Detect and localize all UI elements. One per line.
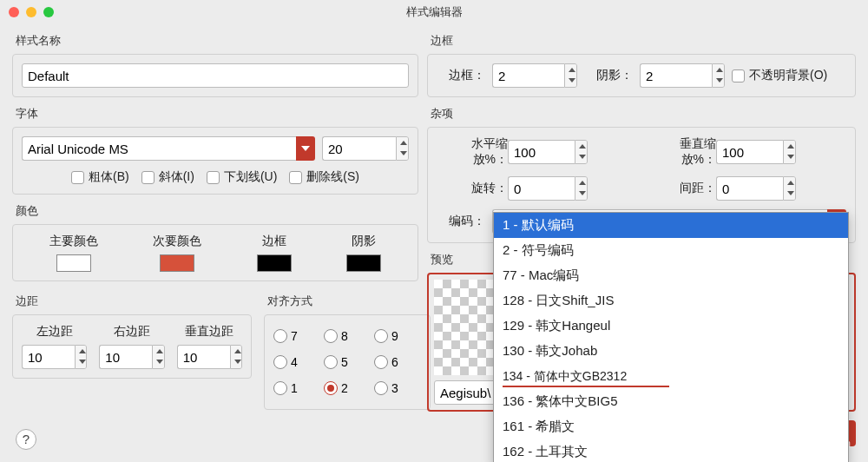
shadow-color-label: 阴影 (352, 234, 376, 249)
scalex-stepper[interactable] (508, 140, 588, 164)
encoding-option[interactable]: 161 - 希腊文 (494, 414, 848, 439)
alignment-grid: 7 8 9 4 5 6 1 2 3 (273, 324, 421, 400)
align-2[interactable]: 2 (324, 376, 371, 400)
misc-section-label: 杂项 (431, 106, 856, 122)
font-family-select[interactable] (22, 136, 315, 161)
encoding-option[interactable]: 2 - 符号编码 (494, 238, 848, 263)
encoding-option[interactable]: 162 - 土耳其文 (494, 439, 848, 462)
style-name-input[interactable] (22, 63, 409, 88)
margin-left-stepper[interactable] (22, 345, 87, 369)
spacing-stepper[interactable] (716, 176, 796, 201)
align-8[interactable]: 8 (324, 324, 371, 348)
colors-label: 颜色 (16, 203, 418, 219)
border-outline-stepper[interactable] (492, 63, 577, 88)
spacing-label: 间距： (645, 181, 716, 196)
margin-vert-stepper[interactable] (177, 345, 242, 369)
margin-right-label: 右边距 (99, 324, 164, 340)
font-size-value[interactable] (322, 136, 396, 161)
encoding-option[interactable]: 77 - Mac编码 (494, 263, 848, 288)
window-title: 样式编辑器 (0, 4, 868, 20)
margin-vert-label: 垂直边距 (177, 324, 242, 340)
font-label: 字体 (16, 106, 418, 122)
scalex-label: 水平缩放%： (437, 136, 508, 168)
opaque-bg-checkbox[interactable]: 不透明背景(O) (732, 68, 827, 83)
border-shadow-label: 阴影： (584, 68, 633, 83)
help-button[interactable]: ? (16, 429, 36, 450)
align-label: 对齐方式 (267, 294, 431, 309)
encoding-option[interactable]: 130 - 韩文Johab (494, 339, 848, 364)
align-6[interactable]: 6 (374, 350, 421, 374)
margin-left-label: 左边距 (22, 324, 87, 340)
caret-down-icon[interactable] (397, 148, 408, 160)
bold-checkbox[interactable]: 粗体(B) (71, 169, 129, 185)
encoding-option[interactable]: 134 - 简体中文GB2312 (494, 364, 848, 389)
border-shadow-stepper[interactable] (640, 63, 725, 88)
align-5[interactable]: 5 (324, 350, 371, 374)
border-outline-label: 边框： (437, 68, 485, 83)
align-7[interactable]: 7 (273, 324, 320, 348)
align-3[interactable]: 3 (374, 376, 421, 400)
primary-color-swatch[interactable] (56, 254, 91, 272)
align-9[interactable]: 9 (374, 324, 421, 348)
titlebar: 样式编辑器 (0, 0, 868, 24)
align-1[interactable]: 1 (273, 376, 320, 400)
secondary-color-swatch[interactable] (160, 254, 194, 272)
encoding-dropdown[interactable]: 1 - 默认编码 2 - 符号编码 77 - Mac编码 128 - 日文Shi… (493, 212, 849, 462)
scaley-stepper[interactable] (716, 140, 796, 164)
margin-right-stepper[interactable] (99, 345, 164, 369)
annotation-underline (503, 386, 669, 387)
font-size-stepper[interactable] (322, 136, 409, 161)
underline-checkbox[interactable]: 下划线(U) (207, 169, 277, 185)
style-name-label: 样式名称 (16, 33, 418, 49)
encoding-option[interactable]: 128 - 日文Shift_JIS (494, 288, 848, 314)
border-section-label: 边框 (431, 33, 856, 49)
secondary-color-label: 次要颜色 (153, 234, 201, 249)
caret-up-icon[interactable] (397, 137, 408, 148)
rotation-stepper[interactable] (508, 176, 588, 201)
encoding-option[interactable]: 136 - 繁体中文BIG5 (494, 389, 848, 414)
primary-color-label: 主要颜色 (49, 234, 98, 249)
italic-checkbox[interactable]: 斜体(I) (141, 169, 194, 185)
encoding-option[interactable]: 1 - 默认编码 (494, 213, 848, 238)
scaley-label: 垂直缩放%： (645, 136, 716, 168)
encoding-label: 编码： (437, 214, 485, 229)
outline-color-swatch[interactable] (257, 254, 292, 272)
align-4[interactable]: 4 (273, 350, 320, 374)
strike-checkbox[interactable]: 删除线(S) (289, 169, 359, 185)
outline-color-label: 边框 (262, 234, 286, 249)
margins-label: 边距 (16, 294, 252, 309)
encoding-option[interactable]: 129 - 韩文Hangeul (494, 314, 848, 339)
rotation-label: 旋转： (437, 181, 508, 196)
chevron-down-icon[interactable] (296, 136, 315, 161)
shadow-color-swatch[interactable] (346, 254, 381, 272)
font-family-value[interactable] (22, 136, 296, 161)
